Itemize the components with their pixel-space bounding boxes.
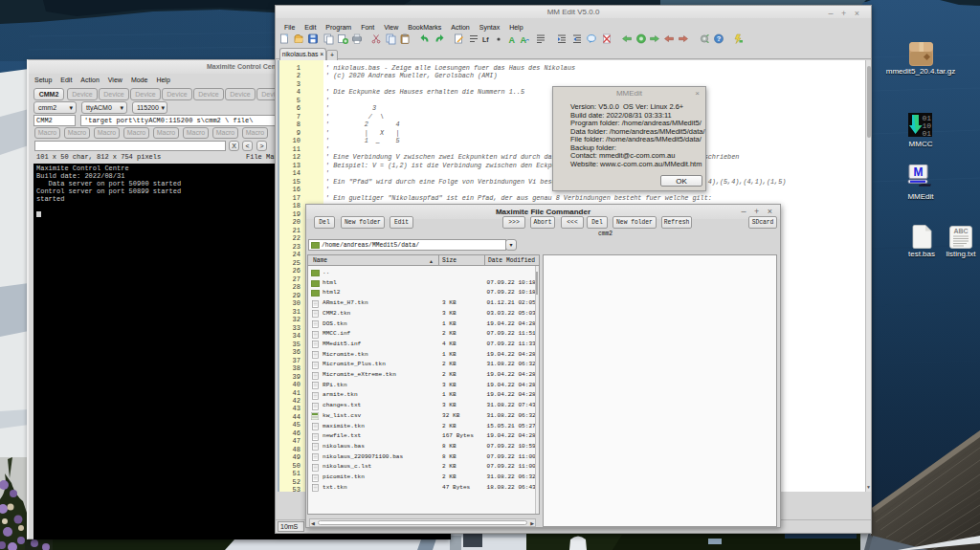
svg-text:M: M (914, 165, 924, 179)
svg-text:Lf: Lf (482, 36, 489, 43)
svg-text:?: ? (717, 34, 722, 43)
svg-text:ABC: ABC (953, 228, 968, 234)
svg-text:01: 01 (923, 129, 932, 137)
svg-text:A: A (521, 35, 527, 45)
svg-text:A: A (509, 35, 516, 45)
